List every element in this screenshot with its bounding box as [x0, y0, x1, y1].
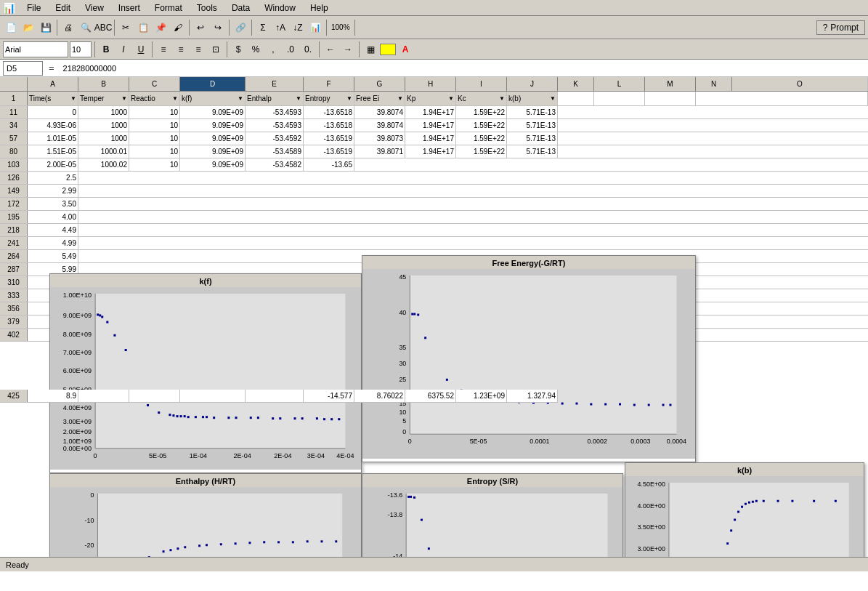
menu-data[interactable]: Data — [229, 1, 253, 15]
menu-insert[interactable]: Insert — [115, 1, 143, 15]
cell-H1[interactable]: Kp▼ — [405, 92, 456, 105]
menu-format[interactable]: Format — [152, 1, 185, 15]
menu-window[interactable]: Window — [261, 1, 299, 15]
cell[interactable]: 4.93E-06 — [28, 119, 78, 132]
cell[interactable]: 1.94E+17 — [405, 145, 456, 158]
cell[interactable]: 1.94E+17 — [405, 132, 456, 145]
cell-I1[interactable]: Kc▼ — [456, 92, 507, 105]
print-button[interactable]: 🖨 — [60, 20, 76, 36]
cell-C1[interactable]: Reactio▼ — [129, 92, 180, 105]
chart-button[interactable]: 📊 — [307, 20, 323, 36]
cell[interactable]: 10 — [129, 132, 180, 145]
hyperlink-button[interactable]: 🔗 — [232, 20, 248, 36]
cell[interactable]: -13.6518 — [304, 119, 354, 132]
cell-M1[interactable] — [645, 92, 696, 105]
format-painter-button[interactable]: 🖌 — [170, 20, 186, 36]
cell[interactable]: 1.51E-05 — [28, 145, 78, 158]
cell[interactable]: -13.65 — [304, 158, 354, 171]
spell-button[interactable]: ABC — [95, 20, 111, 36]
cell[interactable]: -14.577 — [304, 390, 354, 402]
cell-D1[interactable]: k(f)▼ — [180, 92, 246, 105]
col-header-N[interactable]: N — [696, 77, 732, 91]
cell[interactable]: 1.327.94 — [507, 390, 558, 402]
cell[interactable]: 1.59E+22 — [456, 119, 507, 132]
cell[interactable]: 1.59E+22 — [456, 145, 507, 158]
indent-decrease-button[interactable]: ← — [323, 41, 338, 57]
cell[interactable]: -53.4589 — [246, 145, 304, 158]
cell[interactable]: 5.49 — [28, 250, 78, 262]
cell-N1[interactable] — [696, 92, 868, 105]
cell[interactable]: 2.99 — [28, 185, 78, 197]
cell-G1[interactable]: Free Ei▼ — [354, 92, 405, 105]
cell[interactable]: 10 — [129, 119, 180, 132]
cell[interactable]: 1000 — [78, 106, 129, 118]
cell[interactable]: 5.71E-13 — [507, 119, 558, 132]
col-header-M[interactable]: M — [645, 77, 696, 91]
align-center-button[interactable]: ≡ — [173, 41, 189, 57]
cell[interactable]: 1.59E+22 — [456, 106, 507, 118]
cell[interactable]: 39.8071 — [354, 145, 405, 158]
cell[interactable]: -13.6518 — [304, 106, 354, 118]
paste-button[interactable]: 📌 — [153, 20, 169, 36]
cell[interactable]: 1000 — [78, 119, 129, 132]
sort-desc-button[interactable]: ↓Z — [290, 20, 306, 36]
chart-kb[interactable]: k(b) 4.50E+00 4.00E+00 3.50E+00 3.00E+00… — [625, 462, 864, 557]
currency-button[interactable]: $ — [230, 41, 246, 57]
italic-button[interactable]: I — [115, 41, 131, 57]
cell[interactable] — [78, 172, 868, 184]
cell[interactable]: 5.71E-13 — [507, 132, 558, 145]
cell-B1[interactable]: Temper▼ — [78, 92, 129, 105]
sort-asc-button[interactable]: ↑A — [272, 20, 288, 36]
cell[interactable]: -53.4593 — [246, 106, 304, 118]
cut-button[interactable]: ✂ — [118, 20, 134, 36]
col-header-B[interactable]: B — [78, 77, 129, 91]
col-header-I[interactable]: I — [456, 77, 507, 91]
cell[interactable]: 1.94E+17 — [405, 106, 456, 118]
undo-button[interactable]: ↩ — [192, 20, 208, 36]
menu-help[interactable]: Help — [307, 1, 331, 15]
cell[interactable]: 1.23E+09 — [456, 390, 507, 402]
cell[interactable] — [246, 390, 304, 402]
cell[interactable]: 5.71E-13 — [507, 145, 558, 158]
col-header-L[interactable]: L — [594, 77, 645, 91]
increase-decimal-button[interactable]: .0 — [283, 41, 299, 57]
autosum-button[interactable]: Σ — [255, 20, 271, 36]
cell[interactable]: 9.09E+09 — [180, 106, 246, 118]
cell[interactable]: -53.4593 — [246, 119, 304, 132]
cell[interactable]: 1000.01 — [78, 145, 129, 158]
comma-button[interactable]: , — [265, 41, 281, 57]
cell[interactable]: 2.5 — [28, 172, 78, 184]
cell[interactable]: 1000 — [78, 132, 129, 145]
cell-reference-input[interactable] — [3, 61, 43, 76]
cell[interactable]: 10 — [129, 106, 180, 118]
indent-increase-button[interactable]: → — [340, 41, 356, 57]
col-header-O[interactable]: O — [732, 77, 868, 91]
cell[interactable]: 1.94E+17 — [405, 119, 456, 132]
menu-file[interactable]: File — [24, 1, 44, 15]
menu-edit[interactable]: Edit — [52, 1, 73, 15]
new-button[interactable]: 📄 — [3, 20, 19, 36]
col-header-D[interactable]: D — [180, 77, 246, 91]
cell[interactable]: 10 — [129, 158, 180, 171]
cell[interactable] — [78, 198, 868, 210]
cell-A1[interactable]: Time(s▼ — [28, 92, 78, 105]
cell[interactable]: 2.00E-05 — [28, 158, 78, 171]
cell[interactable] — [78, 211, 868, 223]
menu-view[interactable]: View — [82, 1, 107, 15]
decrease-decimal-button[interactable]: 0. — [300, 41, 316, 57]
cell[interactable]: 5.71E-13 — [507, 106, 558, 118]
chart-kf[interactable]: k(f) 1.00E+10 9.00E+09 8.00E+09 7.00E+09… — [49, 273, 362, 473]
cell[interactable]: 9.09E+09 — [180, 132, 246, 145]
copy-button[interactable]: 📋 — [135, 20, 151, 36]
prompt-button[interactable]: ? Prompt — [816, 20, 865, 35]
cell[interactable]: 39.8073 — [354, 132, 405, 145]
cell[interactable]: 39.8074 — [354, 119, 405, 132]
chart-enthalpy[interactable]: Enthalpy (H/RT) 0 -10 -20 -30 -40 -50 0 … — [49, 473, 362, 557]
cell[interactable]: 4.99 — [28, 237, 78, 249]
percent-button[interactable]: % — [248, 41, 264, 57]
cell[interactable]: -53.4592 — [246, 132, 304, 145]
cell[interactable] — [558, 132, 868, 145]
open-button[interactable]: 📂 — [20, 20, 36, 36]
cell[interactable]: 9.09E+09 — [180, 145, 246, 158]
col-header-K[interactable]: K — [558, 77, 594, 91]
